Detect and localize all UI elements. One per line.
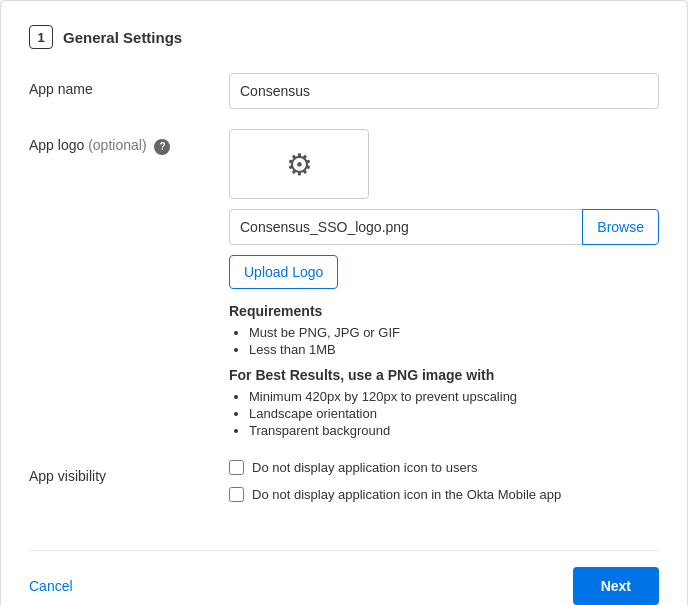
visibility-checkbox-2-label: Do not display application icon in the O… (252, 487, 561, 502)
help-icon[interactable]: ? (154, 139, 170, 155)
section-header: 1 General Settings (29, 25, 659, 49)
app-logo-control: ⚙ Browse Upload Logo Requirements Must b… (229, 129, 659, 440)
visibility-checkbox-1-label: Do not display application icon to users (252, 460, 477, 475)
best-result-item: Transparent background (249, 423, 659, 438)
app-name-control (229, 73, 659, 109)
upload-logo-button[interactable]: Upload Logo (229, 255, 338, 289)
browse-button[interactable]: Browse (582, 209, 659, 245)
app-logo-row: App logo (optional) ? ⚙ Browse Upload Lo… (29, 129, 659, 440)
file-name-input[interactable] (229, 209, 582, 245)
logo-preview-box: ⚙ (229, 129, 369, 199)
next-button[interactable]: Next (573, 567, 659, 605)
requirement-item: Must be PNG, JPG or GIF (249, 325, 659, 340)
optional-label: (optional) (88, 137, 146, 153)
section-title: General Settings (63, 29, 182, 46)
app-name-label: App name (29, 73, 229, 97)
cancel-button[interactable]: Cancel (29, 578, 73, 594)
checkbox-row-2: Do not display application icon in the O… (229, 487, 659, 502)
best-result-item: Minimum 420px by 120px to prevent upscal… (249, 389, 659, 404)
general-settings-card: 1 General Settings App name App logo (op… (0, 0, 688, 605)
step-badge: 1 (29, 25, 53, 49)
visibility-checkbox-1[interactable] (229, 460, 244, 475)
app-name-row: App name (29, 73, 659, 109)
requirements-list: Must be PNG, JPG or GIF Less than 1MB (229, 325, 659, 357)
requirement-item: Less than 1MB (249, 342, 659, 357)
app-visibility-row: App visibility Do not display applicatio… (29, 460, 659, 514)
checkbox-row-1: Do not display application icon to users (229, 460, 659, 475)
best-results-list: Minimum 420px by 120px to prevent upscal… (229, 389, 659, 438)
visibility-checkbox-2[interactable] (229, 487, 244, 502)
best-result-item: Landscape orientation (249, 406, 659, 421)
app-visibility-label: App visibility (29, 460, 229, 484)
form-body: App name App logo (optional) ? ⚙ Brow (29, 73, 659, 534)
app-name-input[interactable] (229, 73, 659, 109)
app-logo-label: App logo (optional) ? (29, 129, 229, 155)
file-input-row: Browse (229, 209, 659, 245)
requirements-title: Requirements (229, 303, 659, 319)
footer: Cancel Next (29, 550, 659, 605)
requirements-section: Requirements Must be PNG, JPG or GIF Les… (229, 303, 659, 438)
best-results-title: For Best Results, use a PNG image with (229, 367, 659, 383)
app-visibility-control: Do not display application icon to users… (229, 460, 659, 514)
gear-icon: ⚙ (286, 147, 313, 182)
